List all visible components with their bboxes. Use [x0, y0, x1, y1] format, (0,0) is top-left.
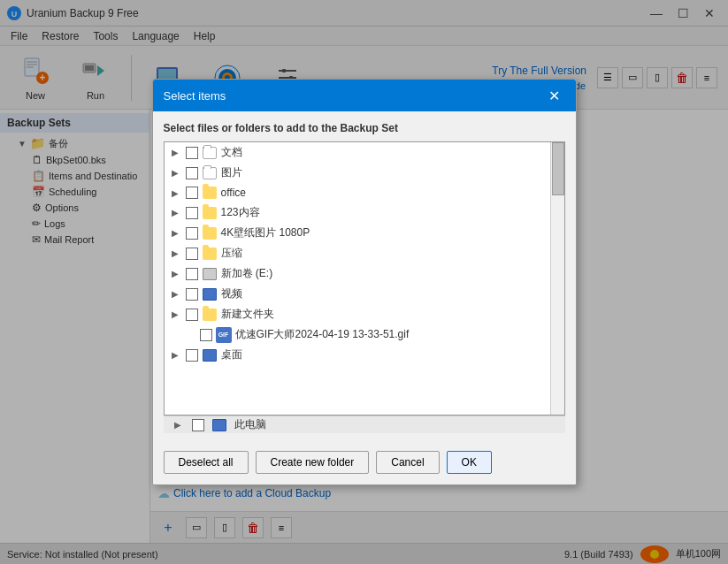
label-123: 123内容 — [221, 205, 260, 220]
icon-office — [202, 186, 218, 200]
dialog-body: Select files or folders to add to the Ba… — [153, 111, 576, 444]
label-4k: 4K壁纸图片 1080P — [221, 225, 310, 240]
icon-shipin — [202, 287, 218, 301]
file-tree-container[interactable]: ▶ 文档 ▶ 图片 ▶ — [164, 141, 565, 415]
checkbox-123[interactable] — [186, 207, 198, 219]
tree-row-office[interactable]: ▶ office — [165, 183, 564, 202]
label-yasuo: 压缩 — [221, 246, 242, 261]
tree-row-shipin[interactable]: ▶ 视频 — [165, 284, 564, 304]
expand-4k[interactable]: ▶ — [168, 226, 182, 240]
checkbox-shipin[interactable] — [186, 288, 198, 301]
expand-yasuo[interactable]: ▶ — [168, 247, 182, 261]
tree-row-gif[interactable]: GIF 优速GIF大师2024-04-19 13-33-51.gif — [165, 324, 564, 345]
tree-row-wendang[interactable]: ▶ 文档 — [165, 142, 564, 163]
expand-tupian[interactable]: ▶ — [168, 166, 182, 180]
checkbox-drive-e[interactable] — [186, 268, 198, 280]
bottom-item-bar: ▶ 此电脑 — [164, 415, 565, 433]
checkbox-4k[interactable] — [186, 227, 198, 240]
expand-office[interactable]: ▶ — [168, 186, 182, 200]
icon-gif: GIF — [216, 328, 232, 342]
create-folder-button[interactable]: Create new folder — [256, 451, 370, 474]
scrollbar-thumb[interactable] — [552, 142, 564, 195]
ok-button[interactable]: OK — [447, 451, 492, 474]
checkbox-office[interactable] — [186, 187, 198, 199]
checkbox-pc[interactable] — [192, 419, 204, 431]
dialog-titlebar: Select items ✕ — [153, 80, 576, 111]
tree-row-yasuo[interactable]: ▶ 压缩 — [165, 243, 564, 263]
tree-row-xinjian[interactable]: ▶ 新建文件夹 — [165, 304, 564, 324]
label-drive-e: 新加卷 (E:) — [221, 266, 273, 281]
tree-row-123[interactable]: ▶ 123内容 — [165, 202, 564, 223]
expand-pc[interactable]: ▶ — [171, 418, 185, 432]
icon-pc — [211, 418, 227, 432]
tree-row-zhuomian[interactable]: ▶ 桌面 — [165, 345, 564, 365]
tree-row-4k[interactable]: ▶ 4K壁纸图片 1080P — [165, 223, 564, 243]
checkbox-yasuo[interactable] — [186, 248, 198, 260]
icon-xinjian — [202, 308, 218, 322]
expand-123[interactable]: ▶ — [168, 206, 182, 220]
checkbox-tupian[interactable] — [186, 167, 198, 179]
icon-drive-e — [202, 267, 218, 281]
expand-wendang[interactable]: ▶ — [168, 146, 182, 160]
label-office: office — [221, 187, 246, 199]
icon-tupian — [202, 166, 218, 180]
dialog-instruction: Select files or folders to add to the Ba… — [164, 122, 565, 134]
checkbox-xinjian[interactable] — [186, 309, 198, 321]
deselect-all-button[interactable]: Deselect all — [164, 451, 249, 474]
label-pc: 此电脑 — [234, 417, 266, 432]
cancel-button[interactable]: Cancel — [376, 451, 439, 474]
checkbox-gif[interactable] — [200, 329, 212, 341]
checkbox-zhuomian[interactable] — [186, 349, 198, 362]
select-items-dialog: Select items ✕ Select files or folders t… — [152, 79, 577, 485]
icon-4k — [202, 226, 218, 240]
scrollbar-track[interactable] — [550, 142, 564, 415]
dialog-overlay: Select items ✕ Select files or folders t… — [0, 0, 728, 564]
tree-row-drive-e[interactable]: ▶ 新加卷 (E:) — [165, 263, 564, 284]
label-zhuomian: 桌面 — [221, 347, 242, 362]
expand-xinjian[interactable]: ▶ — [168, 308, 182, 322]
icon-123 — [202, 206, 218, 220]
label-gif: 优速GIF大师2024-04-19 13-33-51.gif — [235, 327, 410, 342]
icon-zhuomian — [202, 348, 218, 362]
label-xinjian: 新建文件夹 — [221, 307, 274, 322]
bottom-pc-item[interactable]: ▶ 此电脑 — [167, 415, 270, 434]
tree-row-tupian[interactable]: ▶ 图片 — [165, 163, 564, 183]
label-wendang: 文档 — [221, 145, 242, 160]
icon-wendang — [202, 146, 218, 160]
expand-shipin[interactable]: ▶ — [168, 287, 182, 301]
expand-zhuomian[interactable]: ▶ — [168, 348, 182, 362]
icon-yasuo — [202, 247, 218, 261]
dialog-title: Select items — [164, 89, 226, 103]
checkbox-wendang[interactable] — [186, 147, 198, 159]
dialog-footer: Deselect all Create new folder Cancel OK — [153, 444, 576, 484]
dialog-close-button[interactable]: ✕ — [544, 85, 565, 106]
label-shipin: 视频 — [221, 286, 242, 301]
label-tupian: 图片 — [221, 165, 242, 180]
expand-drive-e[interactable]: ▶ — [168, 267, 182, 281]
